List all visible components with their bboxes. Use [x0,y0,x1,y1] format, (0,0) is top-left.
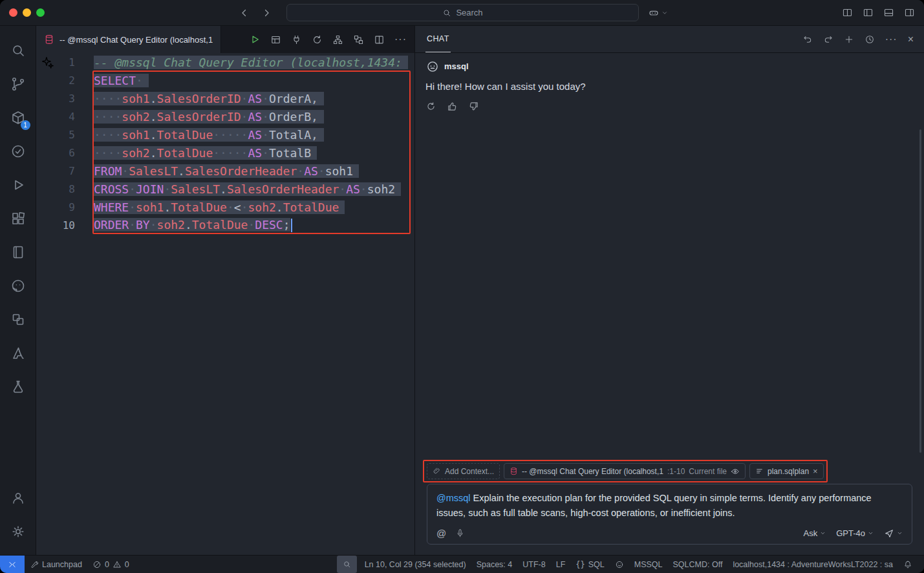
new-chat-icon[interactable] [844,34,854,45]
code-line[interactable]: 9WHERE·soh1.TotalDue·<·soh2.TotalDue [36,198,414,216]
copilot-icon [648,7,660,19]
code-token: · [360,182,367,196]
sidebar-item-remote-explorer[interactable]: 1 [3,101,34,135]
toggle-panel-icon[interactable] [883,7,894,18]
toggle-secondary-sidebar-icon[interactable] [904,7,915,18]
connection-status[interactable]: localhost,1434 : AdventureWorksLT2022 : … [727,556,898,573]
sidebar-item-github[interactable] [3,269,34,303]
sidebar-item-run-debug[interactable] [3,168,34,202]
source-control-icon [10,76,26,92]
sidebar-item-components[interactable] [3,303,34,336]
minimize-window-button[interactable] [23,8,31,17]
editor-tab[interactable]: -- @mssql Chat Query Editor (localhost,1 [36,26,221,53]
remote-indicator[interactable] [0,556,25,573]
close-window-button[interactable] [9,8,17,17]
more-icon[interactable]: ··· [885,34,897,45]
navigate-back-icon[interactable] [239,7,250,19]
cursor-position-status[interactable]: Ln 10, Col 29 (354 selected) [360,556,471,573]
copilot-menu-button[interactable] [648,7,668,19]
sidebar-item-testing[interactable] [3,135,34,168]
circle-check-icon [10,144,26,159]
code-token: AS [248,110,262,124]
tab-chat[interactable]: CHAT [425,26,451,52]
sqlcmd-status[interactable]: SQLCMD: Off [668,556,728,573]
sidebar-item-sql-projects[interactable] [3,370,34,404]
code-token: · [241,92,248,105]
undo-icon[interactable] [802,34,813,45]
copilot-sparkle-icon[interactable] [41,56,54,69]
code-token: AS [346,182,360,196]
language-mode-status[interactable]: {}SQL [570,556,609,573]
launchpad-status[interactable]: Launchpad [25,556,87,573]
send-icon [884,528,894,539]
code-line[interactable]: 4····soh2.SalesOrderID·AS·OrderB, [36,107,414,125]
code-token: . [276,200,283,214]
estimated-plan-icon[interactable] [332,34,343,45]
code-token: TotalDue [157,146,213,160]
code-editor[interactable]: 1-- @mssql Chat Query Editor (localhost,… [36,53,414,555]
sidebar-item-search[interactable] [3,34,34,67]
encoding-status[interactable]: UTF-8 [517,556,550,573]
mic-icon[interactable] [455,528,465,538]
chat-input-box[interactable]: @mssql Explain the execution plan for th… [427,484,912,545]
eol-status[interactable]: LF [551,556,571,573]
model-dropdown[interactable]: GPT-4o [836,528,874,538]
chat-input-text[interactable]: @mssql Explain the execution plan for th… [436,491,903,520]
sidebar-item-extensions[interactable] [3,202,34,235]
split-editor-icon[interactable] [374,34,385,45]
history-icon[interactable] [865,34,875,45]
code-line[interactable]: 3····soh1.SalesOrderID·AS·OrderA, [36,89,414,107]
problems-status[interactable]: 0 0 [87,556,134,573]
notifications-status[interactable] [898,556,918,573]
code-line[interactable]: 6····soh2.TotalDue·····AS·TotalB [36,144,414,162]
code-line[interactable]: 5····soh1.TotalDue·····AS·TotalA, [36,125,414,144]
refresh-connection-icon[interactable] [312,34,323,45]
cursor-position-label: Ln 10, Col 29 (354 selected) [365,560,466,569]
code-token: soh2 [122,110,149,124]
add-context-chip[interactable]: Add Context... [427,463,500,479]
navigate-forward-icon[interactable] [261,7,272,19]
code-lines: 1-- @mssql Chat Query Editor (localhost,… [36,53,414,234]
code-line[interactable]: 7FROM·SalesLT.SalesOrderHeader·AS·soh1 [36,162,414,180]
send-button[interactable] [884,528,903,539]
indentation-status[interactable]: Spaces: 4 [471,556,518,573]
mode-dropdown[interactable]: Ask [804,528,826,538]
github-icon [10,278,26,294]
redo-icon[interactable] [823,34,833,45]
results-grid-icon[interactable] [270,34,281,45]
sidebar-item-azure[interactable] [3,336,34,370]
feedback-status[interactable] [610,556,629,573]
connection-plug-icon[interactable] [291,34,302,45]
code-token: · [262,92,269,105]
query-plan-icon[interactable] [353,34,364,45]
file-context-chip[interactable]: -- @mssql Chat Query Editor (localhost,1… [504,463,746,479]
customize-layout-icon[interactable] [842,7,853,18]
search-status[interactable] [337,556,357,573]
sidebar-item-accounts[interactable] [3,481,34,515]
mssql-status[interactable]: MSSQL [629,556,668,573]
code-line[interactable]: 8CROSS·JOIN·SalesLT.SalesOrderHeader·AS·… [36,180,414,198]
run-query-icon[interactable] [249,34,261,45]
search-input[interactable]: Search [286,4,639,21]
activity-badge: 1 [21,120,30,130]
sidebar-item-source-control[interactable] [3,67,34,101]
code-line[interactable]: 1-- @mssql Chat Query Editor (localhost,… [36,53,414,71]
sidebar-item-settings[interactable] [3,515,34,548]
zoom-window-button[interactable] [36,8,45,17]
close-icon[interactable]: × [908,34,914,45]
retry-icon[interactable] [425,101,436,112]
more-actions-icon[interactable]: ··· [394,34,407,45]
sidebar-item-notebook[interactable] [3,235,34,269]
code-line[interactable]: 2SELECT· [36,71,414,89]
remove-chip-icon[interactable]: × [813,467,818,475]
plan-file-chip[interactable]: plan.sqlplan × [749,463,824,479]
thumbs-down-icon[interactable] [468,101,479,112]
toggle-primary-sidebar-icon[interactable] [863,7,874,18]
chat-scrollbar[interactable] [919,129,921,453]
mention-icon[interactable]: @ [436,528,446,539]
eye-icon[interactable] [731,467,740,476]
line-number: 5 [36,129,94,141]
thumbs-up-icon[interactable] [447,101,458,112]
code-line[interactable]: 10ORDER·BY·soh2.TotalDue·DESC; [36,216,414,234]
code-token: ····· [213,146,248,160]
